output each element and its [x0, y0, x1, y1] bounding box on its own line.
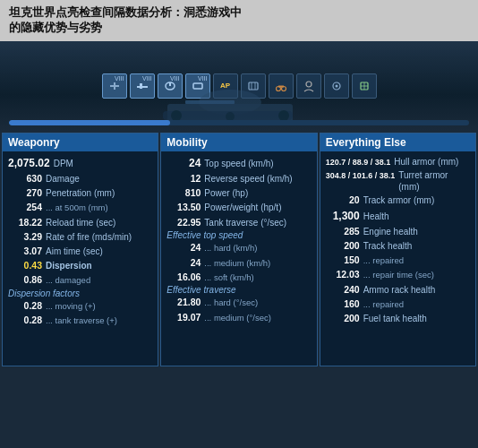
stat-aimtime: 3.07 Aim time (sec) [8, 245, 152, 258]
stat-etrav-medium: 19.07 ... medium (°/sec) [166, 311, 311, 324]
stat-pen-500: 254 ... at 500m (mm) [8, 201, 152, 214]
stat-track-repaired: 150 ... repaired [326, 254, 470, 267]
weaponry-column: Weaponry 2,075.02 DPM 630 Damage 270 Pen… [2, 133, 158, 366]
disp-trav-label: ... tank traverse (+) [46, 315, 152, 326]
hull-armor-label: Hull armor (mm) [394, 156, 470, 168]
stat-dpm: 2,075.02 DPM [8, 156, 152, 171]
trav-value: 22.95 [166, 216, 201, 229]
svg-rect-21 [185, 100, 235, 104]
revspeed-value: 12 [166, 172, 201, 185]
trav-label: Tank traverse (°/sec) [204, 217, 311, 228]
dpm-value: 2,075.02 [8, 156, 50, 171]
eng-health-value: 285 [326, 225, 360, 238]
power-label: Power (hp) [204, 187, 311, 199]
disp-value: 0.43 [8, 259, 42, 272]
rep-time-value: 12.03 [326, 268, 360, 281]
stats-section: Weaponry 2,075.02 DPM 630 Damage 270 Pen… [0, 131, 478, 368]
pen500-label: ... at 500m (mm) [46, 202, 152, 213]
disp-mov-value: 0.28 [8, 299, 42, 313]
stat-fuel-tank: 200 Fuel tank health [326, 312, 470, 325]
effh-value: 24 [166, 241, 201, 254]
stat-reload: 18.22 Reload time (sec) [8, 216, 152, 229]
effs-label: ... soft (km/h) [204, 272, 311, 283]
stat-track-health: 200 Track health [326, 239, 470, 253]
damage-label: Damage [46, 173, 152, 185]
track-rep-label: ... repaired [363, 255, 470, 266]
rof-value: 3.29 [8, 230, 42, 244]
rep-time-label: ... repair time (sec) [363, 270, 470, 280]
fuel-tank-label: Fuel tank health [363, 313, 470, 324]
stat-eff-medium: 24 ... medium (km/h) [166, 256, 311, 270]
module-icon-9[interactable] [352, 73, 377, 99]
effs-value: 16.06 [166, 271, 201, 284]
stat-revspeed: 12 Reverse speed (km/h) [166, 172, 311, 185]
stat-ammo-repaired: 160 ... repaired [326, 297, 470, 311]
stat-pw-ratio: 13.50 Power/weight (hp/t) [166, 201, 311, 214]
stat-ammo-rack: 240 Ammo rack health [326, 283, 470, 297]
disp-dam-label: ... damaged [46, 275, 152, 286]
dpm-label: DPM [54, 158, 153, 169]
pen-label: Penetration (mm) [46, 187, 152, 199]
ammo-rack-label: Ammo rack health [363, 284, 470, 296]
stat-hull-armor: 120.7 / 88.9 / 38.1 Hull armor (mm) [326, 156, 470, 168]
weaponry-header: Weaponry [3, 134, 158, 151]
aimtime-value: 3.07 [8, 245, 42, 258]
stat-power: 810 Power (hp) [166, 186, 311, 200]
mobility-header: Mobility [161, 134, 316, 151]
etravm-label: ... medium (°/sec) [204, 313, 311, 323]
xp-progress-fill [9, 120, 170, 125]
everything-else-header: Everything Else [320, 134, 475, 151]
title-line1: 坦克世界点亮检查间隔数据分析：洞悉游戏中 [9, 5, 469, 21]
revspeed-label: Reverse speed (km/h) [204, 173, 311, 185]
svg-rect-3 [140, 83, 142, 89]
turret-armor-value: 304.8 / 101.6 / 38.1 [326, 170, 396, 182]
stat-rof: 3.29 Rate of fire (mds/min) [8, 230, 152, 244]
stat-track-armor: 20 Track armor (mm) [326, 194, 470, 207]
hull-armor-value: 120.7 / 88.9 / 38.1 [326, 157, 391, 168]
gun-icon [108, 80, 121, 92]
health-value: 1,300 [326, 209, 360, 224]
stat-damage: 630 Damage [8, 172, 152, 185]
disp-dam-value: 0.86 [8, 273, 42, 287]
everything-else-column: Everything Else 120.7 / 88.9 / 38.1 Hull… [320, 133, 476, 366]
equipment-icon [330, 80, 343, 92]
effm-label: ... medium (km/h) [204, 258, 311, 269]
power-value: 810 [166, 186, 201, 200]
stat-penetration: 270 Penetration (mm) [8, 186, 152, 200]
pen-value: 270 [8, 186, 42, 200]
ammo-rep-value: 160 [326, 297, 360, 311]
progress-row [0, 118, 478, 127]
track-health-label: Track health [363, 240, 470, 252]
eff-traverse-title: Effective traverse [166, 285, 311, 295]
track-health-value: 200 [326, 239, 360, 253]
reload-value: 18.22 [8, 216, 42, 229]
stat-turret-armor: 304.8 / 101.6 / 38.1 Turret armor (mm) [326, 169, 470, 193]
eng-health-label: Engine health [363, 226, 470, 237]
stat-dispersion: 0.43 Dispersion [8, 259, 152, 272]
tank-preview: VIII VIII VIII VIII [0, 41, 478, 131]
xp-progress-bar [9, 120, 469, 125]
stat-eff-hard: 24 ... hard (km/h) [166, 241, 311, 254]
svg-point-15 [335, 84, 337, 87]
stat-traverse: 22.95 Tank traverse (°/sec) [166, 216, 311, 229]
ammo-rep-label: ... repaired [363, 299, 470, 310]
stat-health: 1,300 Health [326, 209, 470, 224]
disp-trav-value: 0.28 [8, 314, 42, 327]
module-icon-0[interactable]: VIII [102, 73, 127, 99]
etravh-label: ... hard (°/sec) [204, 297, 311, 308]
eff-speed-title: Effective top speed [166, 230, 311, 240]
pen500-value: 254 [8, 201, 42, 214]
stat-eff-soft: 16.06 ... soft (km/h) [166, 271, 311, 284]
etravh-value: 21.80 [166, 296, 201, 309]
pw-label: Power/weight (hp/t) [204, 202, 311, 213]
etravm-value: 19.07 [166, 311, 201, 324]
track-rep-value: 150 [326, 254, 360, 267]
effm-value: 24 [166, 256, 201, 270]
health-label: Health [363, 211, 470, 222]
damage-value: 630 [8, 172, 42, 185]
ammo-rack-value: 240 [326, 283, 360, 297]
svg-rect-1 [114, 82, 115, 90]
stat-disp-traverse: 0.28 ... tank traverse (+) [8, 314, 152, 327]
title-line2: 的隐藏优势与劣势 [9, 21, 469, 36]
gun2-icon [136, 80, 149, 92]
